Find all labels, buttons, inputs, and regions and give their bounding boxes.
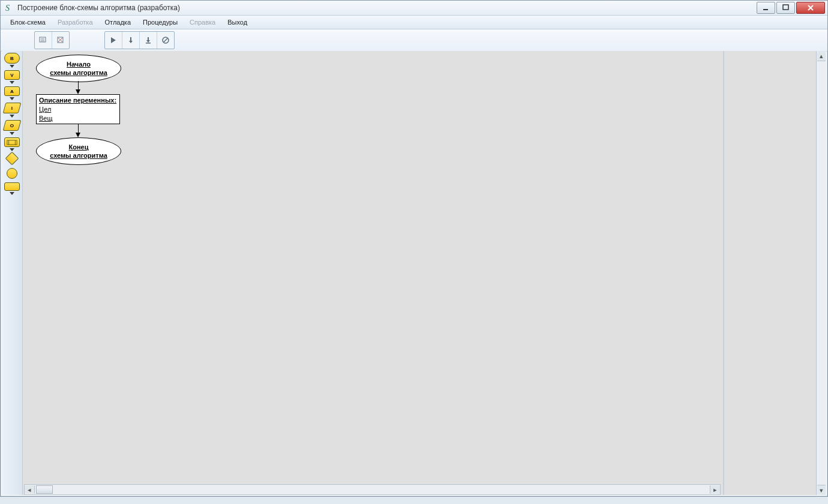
flow-vars-real: Вещ: [39, 114, 117, 123]
scroll-up-button[interactable]: ▴: [817, 51, 826, 61]
palette-process-block-icon[interactable]: [4, 137, 20, 147]
palette-display-block-icon[interactable]: [4, 182, 20, 191]
flow-arrow-icon: [76, 89, 80, 94]
palette-arrow-icon: [10, 132, 14, 135]
titlebar: S Построение блок-схемы алгоритма (разра…: [1, 1, 827, 16]
flow-arrow-icon: [76, 133, 80, 137]
tool-edit-button[interactable]: [35, 32, 52, 49]
palette-variable-block-icon[interactable]: V: [4, 70, 20, 80]
flow-end-line2: схемы алгоритма: [50, 151, 107, 160]
app-icon: S: [4, 3, 14, 13]
svg-marker-7: [146, 40, 150, 43]
scroll-left-button[interactable]: ◂: [25, 485, 35, 494]
flow-start-line2: схемы алгоритма: [50, 68, 107, 77]
app-window: S Построение блок-схемы алгоритма (разра…: [0, 0, 828, 497]
palette-input-block-icon[interactable]: I: [3, 103, 22, 113]
menu-exit[interactable]: Выход: [221, 17, 253, 28]
flow-end-line1: Конец: [69, 143, 89, 151]
palette-arrow-icon: [10, 192, 14, 195]
palette-arrow-icon: [10, 81, 14, 84]
palette-loop-block-icon[interactable]: [7, 168, 17, 179]
flow-start-line1: Начало: [67, 60, 91, 68]
step-into-button[interactable]: [122, 32, 140, 49]
menu-debug[interactable]: Отладка: [99, 17, 137, 28]
window-title: Построение блок-схемы алгоритма (разрабо…: [17, 4, 757, 12]
maximize-button[interactable]: [776, 2, 795, 14]
client-area: B V A I O Начало: [2, 51, 826, 495]
horizontal-scrollbar[interactable]: ◂ ▸: [24, 484, 721, 495]
menu-procedures[interactable]: Процедуры: [137, 17, 184, 28]
menu-help[interactable]: Справка: [184, 17, 221, 28]
tool-delete-button[interactable]: [52, 32, 69, 49]
menubar: Блок-схема Разработка Отладка Процедуры …: [1, 16, 827, 29]
right-panel: ▴ ▾: [724, 51, 826, 495]
palette-arrow-icon: [10, 97, 14, 100]
block-palette: B V A I O: [2, 51, 23, 495]
svg-rect-2: [783, 5, 788, 10]
flow-start-node[interactable]: Начало схемы алгоритма: [36, 55, 121, 82]
flow-vars-title: Описание переменных:: [39, 96, 117, 105]
palette-arrow-icon: [10, 148, 14, 151]
step-to-button[interactable]: [140, 32, 157, 49]
palette-output-block-icon[interactable]: O: [3, 120, 22, 131]
svg-rect-3: [40, 37, 46, 42]
palette-arrow-icon: [10, 65, 14, 68]
flow-end-node[interactable]: Конец схемы алгоритма: [36, 137, 121, 165]
run-button[interactable]: [105, 32, 122, 49]
canvas-area: Начало схемы алгоритма Описание переменн…: [23, 51, 724, 495]
palette-terminator-icon[interactable]: B: [4, 53, 20, 64]
scroll-down-button[interactable]: ▾: [817, 485, 826, 495]
tool-group-run: [104, 31, 175, 49]
flow-variables-node[interactable]: Описание переменных: Цел Вещ: [36, 94, 120, 124]
flowchart-canvas[interactable]: Начало схемы алгоритма Описание переменн…: [24, 52, 721, 484]
svg-rect-8: [146, 43, 151, 44]
svg-text:S: S: [5, 4, 10, 13]
menu-development[interactable]: Разработка: [52, 17, 99, 28]
scroll-right-button[interactable]: ▸: [710, 485, 720, 494]
menu-block-scheme[interactable]: Блок-схема: [4, 17, 52, 28]
close-button[interactable]: [796, 2, 825, 14]
svg-marker-6: [129, 41, 133, 43]
palette-decision-block-icon[interactable]: [5, 152, 19, 166]
toolbar: [1, 29, 827, 52]
palette-assign-block-icon[interactable]: A: [4, 86, 20, 96]
palette-arrow-icon: [10, 115, 14, 118]
svg-rect-1: [763, 9, 768, 10]
scroll-thumb[interactable]: [36, 485, 53, 494]
flow-vars-int: Цел: [39, 105, 117, 114]
tool-group-edit: [34, 31, 70, 49]
vertical-scrollbar[interactable]: ▴ ▾: [816, 51, 826, 495]
svg-marker-5: [111, 37, 116, 43]
stop-button[interactable]: [157, 32, 174, 49]
minimize-button[interactable]: [757, 2, 775, 14]
